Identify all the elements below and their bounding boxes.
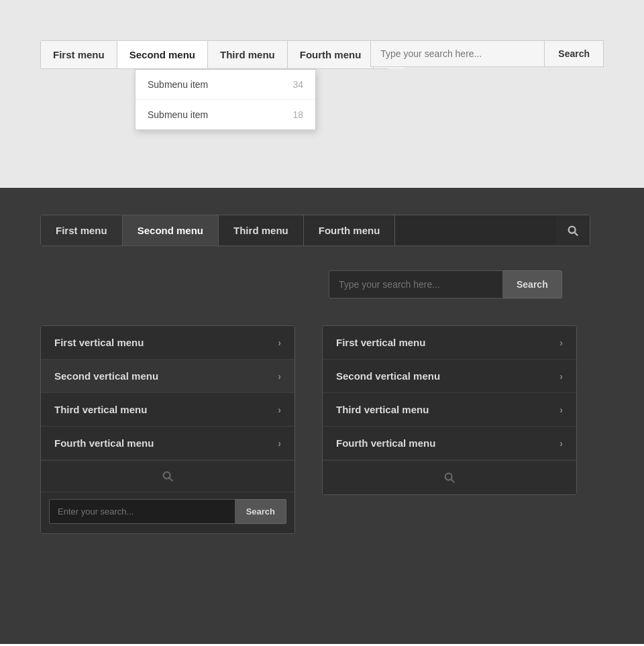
chevron-right-icon: › (559, 405, 563, 415)
chevron-right-icon: › (278, 438, 281, 449)
svg-line-3 (575, 232, 578, 235)
dropdown-item-2[interactable]: Submenu item 18 (136, 100, 315, 129)
chevron-right-icon: › (559, 438, 563, 449)
chevron-right-icon: › (278, 405, 281, 415)
light-nav: First menu Second menu Third menu Fourth… (40, 40, 389, 69)
light-nav-item-first[interactable]: First menu (41, 41, 117, 68)
chevron-right-icon: › (559, 371, 563, 382)
light-search-button[interactable]: Search (545, 40, 604, 67)
search-icon (162, 470, 174, 482)
dark-nav: First menu Second menu Third menu Fourth… (40, 215, 590, 246)
chevron-right-icon: › (278, 337, 281, 348)
left-search-icon-row (41, 460, 294, 492)
vertical-menus-row: First vertical menu › Second vertical me… (40, 325, 604, 534)
left-vertical-search-button[interactable]: Search (235, 499, 286, 524)
dark-nav-item-first[interactable]: First menu (41, 215, 123, 246)
dropdown-item-1[interactable]: Submenu item 34 (136, 70, 315, 100)
dark-nav-item-second[interactable]: Second menu (123, 215, 219, 246)
right-vertical-section: First vertical menu › Second vertical me… (322, 325, 577, 534)
left-vertical-menu-search: Search (41, 460, 294, 533)
svg-point-6 (445, 474, 452, 480)
left-vertical-item-3[interactable]: Third vertical menu › (41, 393, 294, 427)
dark-search-input[interactable] (329, 270, 503, 299)
dark-nav-item-fourth[interactable]: Fourth menu (304, 215, 396, 246)
light-nav-item-second[interactable]: Second menu (117, 41, 208, 68)
search-icon (443, 472, 455, 484)
light-section: First menu Second menu Third menu Fourth… (0, 0, 644, 188)
right-vertical-item-3[interactable]: Third vertical menu › (323, 393, 576, 427)
search-icon (567, 225, 579, 237)
dark-nav-search-icon-btn[interactable] (556, 215, 590, 246)
left-vertical-item-1[interactable]: First vertical menu › (41, 326, 294, 360)
light-nav-item-third[interactable]: Third menu (208, 41, 288, 68)
light-search-input[interactable] (370, 40, 545, 67)
right-vertical-menu-search-icon (323, 460, 576, 494)
svg-point-4 (164, 472, 170, 479)
light-dropdown: Submenu item 34 Submenu item 18 (135, 69, 316, 130)
chevron-right-icon: › (559, 337, 563, 348)
left-search-input-row: Search (41, 492, 294, 533)
svg-line-7 (451, 480, 455, 483)
right-vertical-item-4[interactable]: Fourth vertical menu › (323, 427, 576, 460)
left-vertical-menu: First vertical menu › Second vertical me… (40, 325, 295, 534)
dark-section: First menu Second menu Third menu Fourth… (0, 188, 644, 644)
left-vertical-item-2[interactable]: Second vertical menu › (41, 360, 294, 393)
dark-search-button[interactable]: Search (503, 270, 562, 299)
svg-point-2 (569, 226, 576, 233)
dark-search-row: Search (329, 270, 590, 299)
svg-line-5 (170, 478, 173, 482)
left-vertical-section: First vertical menu › Second vertical me… (40, 325, 295, 534)
left-vertical-item-4[interactable]: Fourth vertical menu › (41, 427, 294, 460)
chevron-right-icon: › (278, 371, 281, 382)
dark-nav-item-third[interactable]: Third menu (219, 215, 304, 246)
right-vertical-menu: First vertical menu › Second vertical me… (322, 325, 577, 495)
right-vertical-item-2[interactable]: Second vertical menu › (323, 360, 576, 393)
light-nav-item-fourth[interactable]: Fourth menu (288, 41, 374, 68)
light-search-row: Search (370, 40, 604, 67)
right-vertical-item-1[interactable]: First vertical menu › (323, 326, 576, 360)
left-vertical-search-input[interactable] (49, 499, 235, 524)
